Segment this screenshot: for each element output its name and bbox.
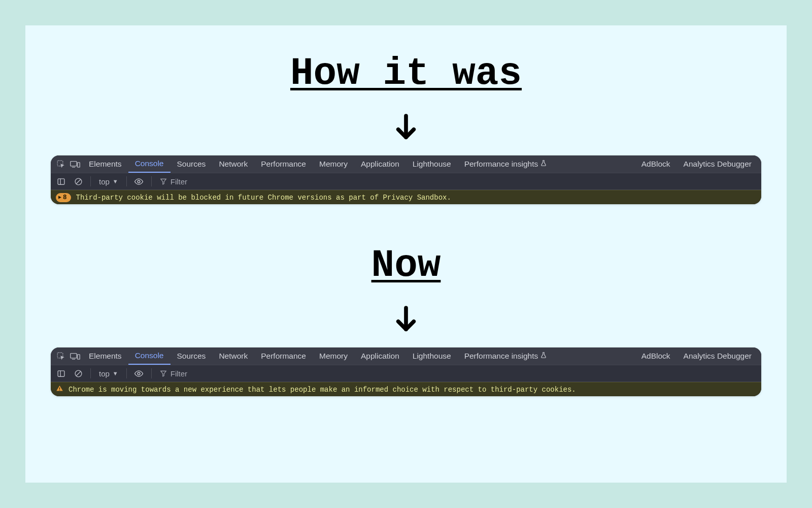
svg-rect-5	[58, 178, 64, 184]
devtools-tabbar: Elements Console Sources Network Perform…	[51, 155, 761, 173]
svg-rect-22	[59, 388, 60, 390]
tab-sources[interactable]: Sources	[171, 155, 213, 173]
tab-analytics-debugger[interactable]: Analytics Debugger	[677, 155, 758, 173]
tab-network[interactable]: Network	[212, 155, 254, 173]
filter-placeholder: Filter	[171, 369, 187, 378]
clear-console-icon[interactable]	[71, 366, 85, 380]
live-expression-icon[interactable]	[132, 174, 146, 188]
svg-rect-15	[78, 355, 80, 359]
svg-rect-23	[59, 390, 60, 390]
clear-console-icon[interactable]	[71, 174, 85, 188]
tab-memory[interactable]: Memory	[313, 155, 354, 173]
svg-marker-21	[161, 371, 166, 376]
tab-network[interactable]: Network	[212, 347, 254, 365]
tab-performance[interactable]: Performance	[254, 155, 313, 173]
live-expression-icon[interactable]	[132, 366, 146, 380]
divider	[90, 176, 91, 186]
svg-rect-16	[58, 370, 64, 376]
heading-after: Now	[371, 244, 441, 288]
svg-line-8	[76, 179, 81, 184]
tab-elements[interactable]: Elements	[82, 155, 128, 173]
devtools-tabbar: Elements Console Sources Network Perform…	[51, 347, 761, 365]
divider	[151, 176, 152, 186]
tab-lighthouse[interactable]: Lighthouse	[406, 155, 458, 173]
tab-adblock[interactable]: AdBlock	[635, 347, 677, 365]
divider	[90, 368, 91, 378]
console-warning-row[interactable]: ▶ 8 Third-party cookie will be blocked i…	[51, 190, 761, 204]
arrow-down-icon	[394, 306, 418, 335]
filter-icon	[160, 370, 167, 377]
tab-console[interactable]: Console	[128, 155, 171, 173]
tab-application[interactable]: Application	[354, 347, 406, 365]
svg-marker-10	[161, 179, 166, 184]
tab-label: Performance insights	[464, 160, 538, 169]
divider	[151, 368, 152, 378]
divider	[126, 176, 127, 186]
expand-triangle-icon: ▶	[58, 194, 61, 200]
arrow-down-icon	[394, 114, 418, 143]
chevron-down-icon: ▼	[113, 370, 118, 376]
svg-line-19	[76, 371, 81, 376]
warning-triangle-icon	[56, 385, 63, 394]
context-selector[interactable]: top ▼	[96, 177, 121, 186]
device-toggle-icon[interactable]	[68, 157, 82, 171]
tab-console[interactable]: Console	[128, 347, 171, 365]
issue-count-badge[interactable]: ▶ 8	[56, 193, 71, 202]
filter-icon	[160, 178, 167, 185]
devtools-after: Elements Console Sources Network Perform…	[51, 347, 761, 396]
filter-input[interactable]: Filter	[157, 177, 190, 186]
warning-message: Third-party cookie will be blocked in fu…	[76, 194, 451, 202]
context-selector[interactable]: top ▼	[96, 369, 121, 378]
console-warning-row[interactable]: Chrome is moving towards a new experienc…	[51, 382, 761, 396]
filter-input[interactable]: Filter	[157, 369, 190, 378]
console-toolbar: top ▼ Filter	[51, 365, 761, 382]
tab-analytics-debugger[interactable]: Analytics Debugger	[677, 347, 758, 365]
tab-sources[interactable]: Sources	[171, 347, 213, 365]
tab-performance-insights[interactable]: Performance insights	[458, 155, 554, 173]
tab-elements[interactable]: Elements	[82, 347, 128, 365]
warning-message: Chrome is moving towards a new experienc…	[69, 386, 576, 394]
svg-rect-4	[78, 163, 80, 167]
chevron-down-icon: ▼	[113, 178, 118, 184]
svg-point-20	[138, 372, 140, 375]
badge-count: 8	[63, 194, 67, 201]
inspect-icon[interactable]	[54, 349, 68, 363]
tab-lighthouse[interactable]: Lighthouse	[406, 347, 458, 365]
context-label: top	[99, 369, 110, 378]
inspect-icon[interactable]	[54, 157, 68, 171]
devtools-before: Elements Console Sources Network Perform…	[51, 155, 761, 204]
svg-point-9	[138, 180, 140, 183]
svg-rect-2	[71, 162, 77, 166]
tab-performance-insights[interactable]: Performance insights	[458, 347, 554, 365]
context-label: top	[99, 177, 110, 186]
filter-placeholder: Filter	[171, 177, 187, 186]
comparison-card: How it was Elements Consol	[25, 25, 787, 483]
tab-adblock[interactable]: AdBlock	[635, 155, 677, 173]
console-toolbar: top ▼ Filter	[51, 173, 761, 190]
sidebar-toggle-icon[interactable]	[54, 174, 68, 188]
sidebar-toggle-icon[interactable]	[54, 366, 68, 380]
flask-icon	[540, 352, 547, 361]
heading-before: How it was	[290, 52, 522, 96]
tab-application[interactable]: Application	[354, 155, 406, 173]
svg-rect-13	[71, 354, 77, 358]
divider	[126, 368, 127, 378]
tab-performance[interactable]: Performance	[254, 347, 313, 365]
flask-icon	[540, 160, 547, 169]
tab-label: Performance insights	[464, 352, 538, 361]
device-toggle-icon[interactable]	[68, 349, 82, 363]
tab-memory[interactable]: Memory	[313, 347, 354, 365]
